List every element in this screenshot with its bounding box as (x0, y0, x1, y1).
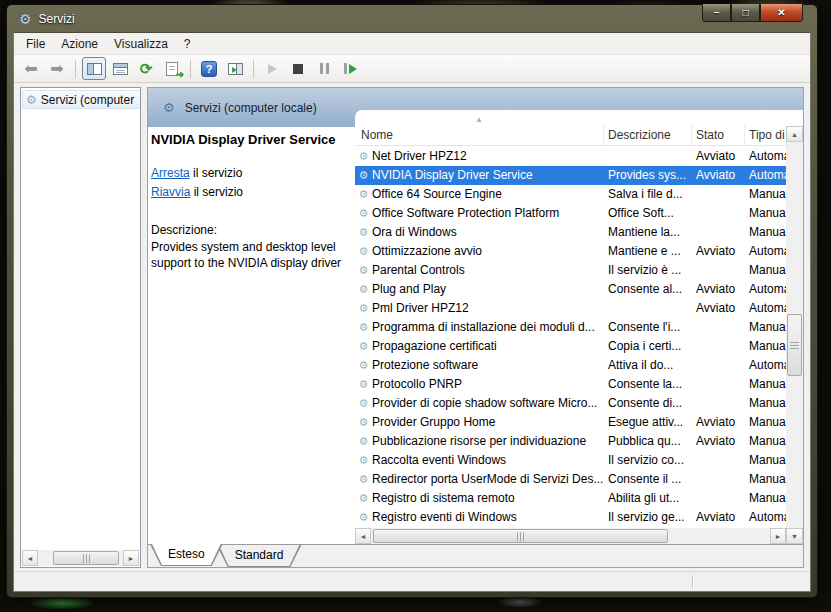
service-startup-type: Automatico (745, 280, 786, 299)
service-row[interactable]: ⚙Provider Gruppo HomeEsegue attiv...Avvi… (355, 413, 786, 432)
service-description: Salva i file d... (604, 185, 692, 204)
service-row[interactable]: ⚙Ora di WindowsMantiene la...Manuale (355, 223, 786, 242)
stop-service-icon[interactable] (286, 57, 310, 80)
properties-icon[interactable] (108, 57, 132, 80)
service-description: Pubblica qu... (604, 432, 692, 451)
scroll-up-icon[interactable]: ▲ (786, 126, 803, 142)
service-name: Pml Driver HPZ12 (372, 299, 604, 318)
service-name: Propagazione certificati (372, 337, 604, 356)
stop-service-link[interactable]: Arresta (151, 166, 190, 180)
service-row[interactable]: ⚙Programma di installazione dei moduli d… (355, 318, 786, 337)
service-row[interactable]: ⚙Office 64 Source EngineSalva i file d..… (355, 185, 786, 204)
scrollbar-thumb[interactable] (787, 314, 802, 376)
minimize-icon: – (714, 7, 720, 18)
tab-standard[interactable]: Standard (217, 545, 302, 567)
service-row[interactable]: ⚙NVIDIA Display Driver ServiceProvides s… (355, 166, 786, 185)
show-console-tree-icon[interactable] (82, 57, 106, 80)
maximize-button[interactable]: □ (731, 4, 760, 22)
service-row[interactable]: ⚙Provider di copie shadow software Micro… (355, 394, 786, 413)
service-links: Arresta il servizio Riavvia il servizio (151, 164, 347, 202)
service-detail-pane: NVIDIA Display Driver Service Arresta il… (148, 127, 355, 544)
scroll-left-icon[interactable]: ◄ (355, 528, 371, 544)
pause-service-icon[interactable] (312, 57, 336, 80)
resume-service-icon (344, 63, 357, 74)
minimize-button[interactable]: – (702, 4, 731, 22)
service-row[interactable]: ⚙Pubblicazione risorse per individuazion… (355, 432, 786, 451)
scrollbar-track[interactable] (38, 550, 123, 566)
service-description: Mantiene la... (604, 223, 692, 242)
scroll-right-icon[interactable]: ► (770, 528, 786, 544)
service-row[interactable]: ⚙Propagazione certificatiCopia i certi..… (355, 337, 786, 356)
service-description: Attiva il do... (604, 356, 692, 375)
service-row[interactable]: ⚙Protezione softwareAttiva il do...Autom… (355, 356, 786, 375)
window-controls: – □ ✕ (702, 4, 803, 22)
services-window: ⚙ Servizi – □ ✕ FileAzioneVisualizza? ⬅➡… (6, 4, 818, 598)
resume-service-icon[interactable] (338, 57, 362, 80)
service-row[interactable]: ⚙Plug and PlayConsente al...AvviatoAutom… (355, 280, 786, 299)
list-horizontal-scrollbar[interactable]: ◄ ► (355, 528, 786, 544)
service-row[interactable]: ⚙Protocollo PNRPConsente la...Manuale (355, 375, 786, 394)
show-action-pane-icon[interactable] (223, 57, 247, 80)
gear-icon: ⚙ (355, 185, 372, 204)
service-startup-type: Manuale (745, 470, 786, 489)
refresh-icon[interactable]: ⟳ (134, 57, 158, 80)
column-header-stato[interactable]: Stato (692, 125, 745, 145)
title-bar[interactable]: ⚙ Servizi – □ ✕ (13, 5, 811, 32)
main-area: ⚙ Servizi (computer ◄ ► ⚙ Servizi (compu… (14, 83, 810, 571)
gear-icon: ⚙ (355, 451, 372, 470)
service-description: Consente la... (604, 375, 692, 394)
service-status (692, 470, 745, 489)
forward-icon: ➡ (50, 61, 63, 77)
service-row[interactable]: ⚙Parental ControlsIl servizio è ...Manua… (355, 261, 786, 280)
help-icon: ? (201, 61, 217, 77)
service-startup-type: Manuale (745, 375, 786, 394)
service-row[interactable]: ⚙Registro eventi di WindowsIl servizio g… (355, 508, 786, 527)
restart-service-row: Riavvia il servizio (151, 183, 347, 202)
tree-horizontal-scrollbar[interactable]: ◄ ► (22, 550, 139, 566)
menu-item-azione[interactable]: Azione (53, 34, 106, 54)
start-service-icon[interactable] (260, 57, 284, 80)
service-name: Protezione software (372, 356, 604, 375)
service-row[interactable]: ⚙Redirector porta UserMode di Servizi De… (355, 470, 786, 489)
service-startup-type: Manuale (745, 337, 786, 356)
service-status (692, 375, 745, 394)
service-row[interactable]: ⚙Raccolta eventi WindowsIl servizio co..… (355, 451, 786, 470)
scrollbar-thumb[interactable] (373, 529, 668, 543)
service-row[interactable]: ⚙Pml Driver HPZ12AvviatoAutomatico (355, 299, 786, 318)
service-row[interactable]: ⚙Ottimizzazione avvioMantiene e ...Avvia… (355, 242, 786, 261)
menu-item-visualizza[interactable]: Visualizza (106, 34, 176, 54)
forward-icon[interactable]: ➡ (45, 57, 69, 80)
scroll-left-icon[interactable]: ◄ (22, 550, 38, 566)
service-description: Consente l'i... (604, 318, 692, 337)
scrollbar-thumb[interactable] (53, 551, 119, 565)
column-header-descrizione[interactable]: Descrizione (604, 125, 692, 145)
menubar: FileAzioneVisualizza? (14, 33, 810, 55)
services-list: ▲ Nome Descrizione Stato Tipo di avvio ⚙… (355, 110, 803, 544)
tab-esteso[interactable]: Esteso (150, 544, 223, 566)
menu-item-[interactable]: ? (176, 34, 199, 54)
service-startup-type: Manuale (745, 451, 786, 470)
thumb-grip (517, 532, 524, 541)
export-list-icon (166, 62, 178, 76)
gear-icon: ⚙ (355, 299, 372, 318)
help-icon[interactable]: ? (197, 57, 221, 80)
scrollbar-track[interactable] (371, 528, 770, 544)
restart-service-link[interactable]: Riavvia (151, 185, 190, 199)
export-list-icon[interactable] (160, 57, 184, 80)
service-description: Provides sys... (604, 166, 692, 185)
scroll-down-icon[interactable]: ▼ (786, 528, 803, 544)
back-icon[interactable]: ⬅ (19, 57, 43, 80)
menu-item-file[interactable]: File (18, 34, 53, 54)
service-row[interactable]: ⚙Registro di sistema remotoAbilita gli u… (355, 489, 786, 508)
service-startup-type: Manuale (745, 489, 786, 508)
scroll-right-icon[interactable]: ► (123, 550, 139, 566)
close-button[interactable]: ✕ (760, 4, 803, 22)
tab-label: Standard (217, 545, 302, 562)
service-row[interactable]: ⚙Net Driver HPZ12AvviatoAutomatico (355, 147, 786, 166)
tree-item-servizi[interactable]: ⚙ Servizi (computer (22, 90, 141, 109)
service-row[interactable]: ⚙Office Software Protection PlatformOffi… (355, 204, 786, 223)
column-header-nome[interactable]: Nome (355, 125, 604, 145)
service-name: Ora di Windows (372, 223, 604, 242)
list-vertical-scrollbar[interactable]: ▲ ▼ (786, 126, 803, 528)
status-bar (14, 571, 810, 591)
